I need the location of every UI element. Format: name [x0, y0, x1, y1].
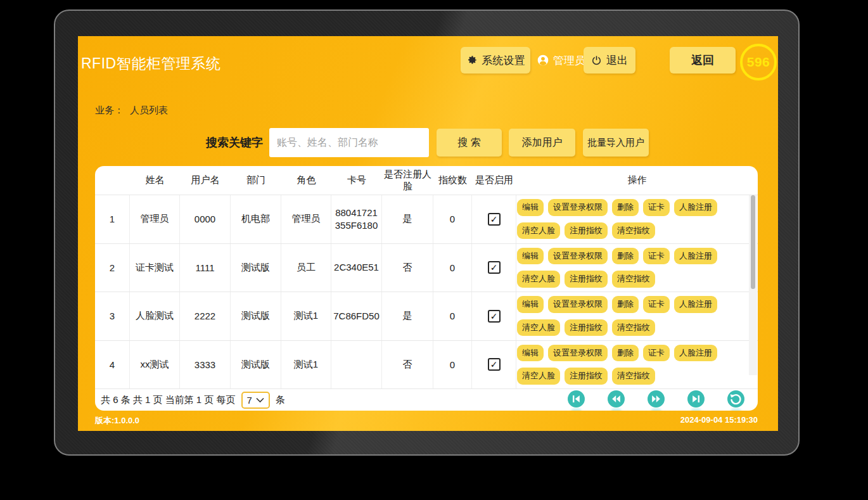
- user-table-panel: 姓名 用户名 部门 角色 卡号 是否注册人脸 指纹数 是否启用 操作 1 管理员…: [95, 166, 758, 411]
- scrollbar-thumb[interactable]: [751, 195, 755, 289]
- cell-role: 测试1: [281, 292, 331, 340]
- edit-button[interactable]: 编辑: [517, 345, 544, 361]
- clear-face-button[interactable]: 清空人脸: [517, 319, 560, 336]
- import-users-button[interactable]: 批量导入用户: [583, 129, 649, 157]
- cell-fingerprints: 0: [433, 195, 472, 243]
- breadcrumb-value: 人员列表: [130, 105, 168, 117]
- register-fingerprint-button[interactable]: 注册指纹: [565, 271, 608, 287]
- chevron-down-icon: [256, 397, 264, 403]
- enabled-checkbox[interactable]: ✓: [488, 213, 501, 226]
- register-fingerprint-button[interactable]: 注册指纹: [565, 222, 608, 239]
- clear-fingerprint-button[interactable]: 清空指纹: [612, 368, 655, 384]
- cell-department: 测试版: [231, 244, 281, 292]
- logout-label: 退出: [606, 53, 628, 68]
- version-label: 版本:1.0.0.0: [95, 415, 139, 426]
- table-row: 1 管理员 0000 机电部 管理员 88041721355F6180 是 0 …: [95, 195, 758, 244]
- prev-page-icon[interactable]: [608, 390, 625, 407]
- set-login-permission-button[interactable]: 设置登录权限: [548, 296, 608, 312]
- header-department: 部门: [231, 166, 281, 195]
- pagination-unit: 条: [276, 394, 285, 406]
- face-register-button[interactable]: 人脸注册: [674, 199, 717, 215]
- check-icon: ✓: [490, 262, 498, 272]
- delete-button[interactable]: 删除: [612, 345, 639, 361]
- enabled-checkbox[interactable]: ✓: [488, 261, 501, 274]
- cell-username: 3333: [180, 341, 231, 389]
- register-fingerprint-button[interactable]: 注册指纹: [565, 368, 608, 384]
- cell-name: 管理员: [130, 195, 180, 243]
- pagination-summary: 共 6 条 共 1 页 当前第 1 页 每页: [101, 394, 236, 406]
- clear-fingerprint-button[interactable]: 清空指纹: [612, 319, 655, 336]
- clear-face-button[interactable]: 清空人脸: [517, 271, 560, 287]
- set-login-permission-button[interactable]: 设置登录权限: [548, 199, 608, 215]
- pager-controls: [568, 387, 744, 411]
- search-input[interactable]: [269, 128, 429, 157]
- cell-actions: 编辑 设置登录权限 删除 证卡 人脸注册 清空人脸 注册指纹 清空指纹: [516, 244, 758, 292]
- register-fingerprint-button[interactable]: 注册指纹: [565, 319, 608, 336]
- cell-card: 2C340E51: [331, 244, 382, 292]
- cell-role: 管理员: [281, 195, 331, 243]
- set-login-permission-button[interactable]: 设置登录权限: [548, 248, 608, 264]
- cell-enabled: ✓: [472, 244, 516, 292]
- cell-actions: 编辑 设置登录权限 删除 证卡 人脸注册 清空人脸 注册指纹 清空指纹: [516, 195, 758, 243]
- current-user: 管理员: [537, 47, 585, 74]
- edit-button[interactable]: 编辑: [517, 296, 544, 312]
- delete-button[interactable]: 删除: [612, 296, 639, 312]
- cell-index: 3: [95, 292, 130, 340]
- page-size-value: 7: [247, 395, 252, 406]
- enabled-checkbox[interactable]: ✓: [488, 358, 501, 371]
- delete-button[interactable]: 删除: [612, 199, 639, 215]
- clear-fingerprint-button[interactable]: 清空指纹: [612, 222, 655, 239]
- clear-fingerprint-button[interactable]: 清空指纹: [612, 271, 655, 287]
- cell-card: 7C86FD50: [331, 292, 382, 340]
- search-button[interactable]: 搜 索: [437, 129, 502, 157]
- enabled-checkbox[interactable]: ✓: [488, 310, 501, 323]
- face-register-button[interactable]: 人脸注册: [674, 248, 717, 264]
- face-register-button[interactable]: 人脸注册: [674, 296, 717, 312]
- timestamp-label: 2024-09-04 15:19:30: [680, 415, 758, 425]
- cell-enabled: ✓: [472, 292, 516, 340]
- logout-button[interactable]: 退出: [584, 47, 635, 74]
- clear-face-button[interactable]: 清空人脸: [517, 222, 560, 239]
- cell-name: xx测试: [130, 341, 180, 389]
- next-page-icon[interactable]: [648, 390, 665, 407]
- refresh-icon[interactable]: [727, 390, 744, 407]
- cell-name: 证卡测试: [130, 244, 180, 292]
- search-keyword-label: 搜索关键字: [206, 128, 263, 157]
- header-index: [95, 166, 130, 195]
- system-settings-button[interactable]: 系统设置: [461, 47, 530, 74]
- breadcrumb: 业务： 人员列表: [95, 105, 168, 117]
- delete-button[interactable]: 删除: [612, 248, 639, 264]
- cell-index: 1: [95, 195, 130, 243]
- cell-username: 2222: [180, 292, 231, 340]
- check-icon: ✓: [490, 311, 498, 321]
- edit-button[interactable]: 编辑: [517, 248, 544, 264]
- card-button[interactable]: 证卡: [643, 345, 670, 361]
- cell-department: 机电部: [231, 195, 281, 243]
- header-face-registered: 是否注册人脸: [382, 166, 433, 195]
- cell-fingerprints: 0: [433, 244, 472, 292]
- current-user-label: 管理员: [553, 53, 585, 68]
- clear-face-button[interactable]: 清空人脸: [517, 368, 560, 384]
- card-button[interactable]: 证卡: [643, 296, 670, 312]
- back-button[interactable]: 返回: [670, 47, 736, 74]
- cell-username: 0000: [180, 195, 231, 243]
- face-register-button[interactable]: 人脸注册: [674, 345, 717, 361]
- edit-button[interactable]: 编辑: [517, 199, 544, 215]
- check-icon: ✓: [490, 359, 498, 369]
- cell-card: [331, 341, 382, 389]
- add-user-button[interactable]: 添加用户: [509, 129, 575, 157]
- cell-actions: 编辑 设置登录权限 删除 证卡 人脸注册 清空人脸 注册指纹 清空指纹: [516, 341, 758, 389]
- last-page-icon[interactable]: [687, 390, 705, 407]
- cell-role: 测试1: [281, 341, 331, 389]
- stage: RFID智能柜管理系统 系统设置 管理员 退出 返回 596: [0, 0, 868, 500]
- app-title: RFID智能柜管理系统: [81, 54, 220, 74]
- cell-fingerprints: 0: [433, 292, 472, 340]
- cell-name: 人脸测试: [130, 292, 180, 340]
- card-button[interactable]: 证卡: [643, 199, 670, 215]
- cell-username: 1111: [180, 244, 231, 292]
- table-header-row: 姓名 用户名 部门 角色 卡号 是否注册人脸 指纹数 是否启用 操作: [95, 166, 758, 195]
- set-login-permission-button[interactable]: 设置登录权限: [548, 345, 608, 361]
- card-button[interactable]: 证卡: [643, 248, 670, 264]
- first-page-icon[interactable]: [568, 390, 585, 407]
- page-size-select[interactable]: 7: [241, 392, 270, 409]
